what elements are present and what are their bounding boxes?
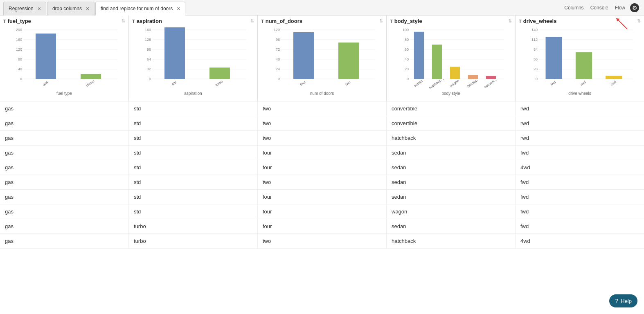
svg-text:four: four bbox=[299, 80, 306, 87]
col-header-num_of_doors: Tnum_of_doors⇅024487296120fourtwonum of … bbox=[258, 16, 387, 101]
svg-text:turbo: turbo bbox=[214, 79, 223, 87]
col-header-fuel_type: Tfuel_type⇅04080120160200gasdieselfuel t… bbox=[0, 16, 129, 101]
cell-aspiration: std bbox=[129, 131, 258, 145]
settings-icon[interactable]: ⚙ bbox=[630, 3, 639, 12]
table-row: gasstdtwosedanfwd bbox=[0, 175, 644, 190]
cell-num_of_doors: four bbox=[258, 146, 387, 160]
tab-regression[interactable]: Regression × bbox=[3, 2, 46, 16]
help-button[interactable]: ? Help bbox=[609, 294, 637, 307]
tab-drop-columns[interactable]: drop columns × bbox=[47, 2, 95, 16]
cell-fuel_type: gas bbox=[0, 146, 129, 160]
svg-text:0: 0 bbox=[536, 77, 538, 81]
svg-text:84: 84 bbox=[534, 47, 538, 52]
columns-header-row: Tfuel_type⇅04080120160200gasdieselfuel t… bbox=[0, 16, 644, 101]
chart-area-aspiration: 0326496128160stdturboaspiration bbox=[132, 26, 254, 99]
svg-rect-32 bbox=[209, 67, 230, 79]
table-row: gasstdfoursedanfwd bbox=[0, 146, 644, 160]
chart-label-fuel_type: fuel type bbox=[3, 91, 125, 96]
svg-text:sedan: sedan bbox=[413, 79, 423, 88]
svg-text:gas: gas bbox=[42, 80, 49, 87]
cell-aspiration: std bbox=[129, 160, 258, 175]
main-content: Tfuel_type⇅04080120160200gasdieselfuel t… bbox=[0, 16, 644, 314]
col-title-num_of_doors: Tnum_of_doors bbox=[261, 18, 302, 24]
svg-text:40: 40 bbox=[405, 57, 409, 61]
cell-body_style: sedan bbox=[387, 175, 516, 189]
data-rows[interactable]: gasstdtwoconvertiblerwdgasstdtwoconverti… bbox=[0, 101, 644, 314]
tab-drop-columns-close[interactable]: × bbox=[86, 5, 89, 12]
svg-rect-84 bbox=[546, 37, 562, 79]
svg-text:160: 160 bbox=[16, 38, 22, 42]
cell-num_of_doors: four bbox=[258, 204, 387, 219]
console-button[interactable]: Console bbox=[589, 4, 610, 11]
svg-rect-68 bbox=[468, 75, 478, 79]
chart-label-aspiration: aspiration bbox=[132, 91, 254, 96]
svg-rect-62 bbox=[414, 32, 424, 79]
cell-fuel_type: gas bbox=[0, 131, 129, 145]
svg-text:4wd: 4wd bbox=[609, 80, 617, 87]
col-sort-icon-num_of_doors[interactable]: ⇅ bbox=[379, 18, 383, 24]
cell-num_of_doors: four bbox=[258, 190, 387, 204]
svg-rect-14 bbox=[36, 34, 56, 79]
cell-body_style: convertible bbox=[387, 116, 516, 130]
cell-fuel_type: gas bbox=[0, 190, 129, 204]
svg-text:128: 128 bbox=[145, 38, 151, 42]
svg-rect-64 bbox=[432, 45, 442, 79]
col-sort-icon-drive_wheels[interactable]: ⇅ bbox=[637, 18, 641, 24]
svg-text:48: 48 bbox=[276, 57, 280, 61]
cell-aspiration: std bbox=[129, 175, 258, 189]
cell-aspiration: std bbox=[129, 101, 258, 116]
svg-text:28: 28 bbox=[534, 67, 538, 71]
tab-regression-label: Regression bbox=[9, 6, 34, 11]
cell-num_of_doors: four bbox=[258, 219, 387, 233]
svg-text:72: 72 bbox=[276, 47, 280, 52]
svg-text:wagon: wagon bbox=[448, 78, 459, 88]
col-title-drive_wheels: Tdrive_wheels bbox=[519, 18, 556, 24]
tab-find-replace-close[interactable]: × bbox=[177, 5, 180, 12]
svg-text:converi...: converi... bbox=[483, 78, 497, 89]
cell-fuel_type: gas bbox=[0, 116, 129, 130]
tab-regression-close[interactable]: × bbox=[38, 5, 41, 12]
cell-aspiration: std bbox=[129, 146, 258, 160]
cell-aspiration: std bbox=[129, 204, 258, 219]
col-type-icon-aspiration: T bbox=[132, 19, 135, 24]
col-sort-icon-fuel_type[interactable]: ⇅ bbox=[122, 18, 125, 24]
svg-text:two: two bbox=[345, 80, 351, 86]
svg-text:fwd: fwd bbox=[550, 80, 557, 86]
svg-text:160: 160 bbox=[145, 28, 151, 32]
cell-drive_wheels: 4wd bbox=[516, 160, 644, 175]
cell-drive_wheels: fwd bbox=[516, 190, 644, 204]
svg-text:80: 80 bbox=[18, 57, 22, 61]
col-label-drive_wheels: drive_wheels bbox=[523, 18, 557, 24]
chart-area-drive_wheels: 0285684112140fwdrwd4wddrive wheels bbox=[519, 26, 641, 99]
svg-text:120: 120 bbox=[16, 47, 22, 52]
cell-num_of_doors: two bbox=[258, 131, 387, 145]
svg-text:80: 80 bbox=[405, 38, 409, 42]
col-sort-icon-body_style[interactable]: ⇅ bbox=[508, 18, 512, 24]
cell-body_style: convertible bbox=[387, 101, 516, 116]
svg-text:0: 0 bbox=[278, 77, 280, 81]
cell-aspiration: std bbox=[129, 116, 258, 130]
col-header-body_style: Tbody_style⇅020406080100sedanhatchbac...… bbox=[387, 16, 516, 101]
tab-drop-columns-label: drop columns bbox=[52, 6, 82, 11]
cell-num_of_doors: four bbox=[258, 160, 387, 175]
columns-button[interactable]: Columns bbox=[563, 4, 585, 11]
cell-num_of_doors: two bbox=[258, 116, 387, 130]
toolbar-right: Columns Console Flow ⚙ bbox=[563, 0, 639, 16]
cell-body_style: sedan bbox=[387, 219, 516, 233]
cell-drive_wheels: rwd bbox=[516, 101, 644, 116]
table-row: gasstdtwohatchbackrwd bbox=[0, 131, 644, 146]
svg-text:diesel: diesel bbox=[85, 79, 95, 87]
tab-find-replace[interactable]: find and replace for num of doors × bbox=[95, 2, 185, 16]
cell-aspiration: turbo bbox=[129, 234, 258, 248]
chart-label-num_of_doors: num of doors bbox=[261, 91, 383, 96]
svg-text:64: 64 bbox=[147, 57, 151, 61]
table-row: gasstdfoursedan4wd bbox=[0, 160, 644, 175]
col-sort-icon-aspiration[interactable]: ⇅ bbox=[250, 18, 254, 24]
col-label-aspiration: aspiration bbox=[137, 18, 162, 24]
svg-text:24: 24 bbox=[276, 67, 280, 71]
col-title-row-body_style: Tbody_style⇅ bbox=[390, 18, 512, 24]
svg-text:96: 96 bbox=[276, 38, 280, 42]
help-label: Help bbox=[621, 298, 632, 304]
cell-num_of_doors: two bbox=[258, 175, 387, 189]
flow-button[interactable]: Flow bbox=[613, 4, 627, 11]
